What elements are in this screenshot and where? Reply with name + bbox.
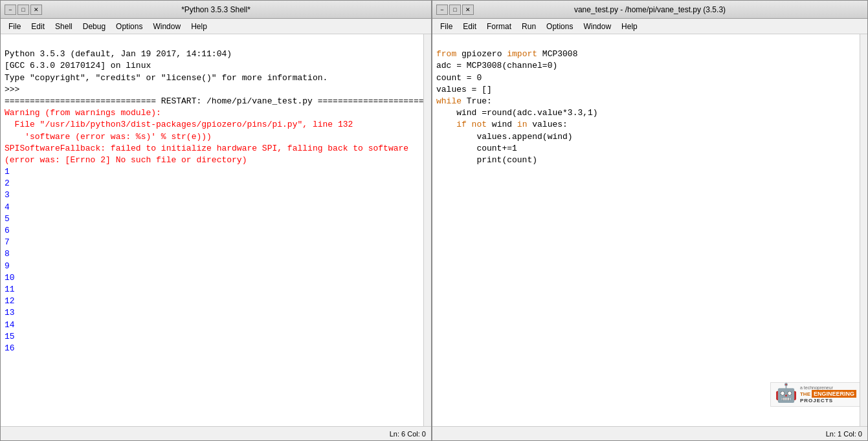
shell-close-btn[interactable]: ✕ (30, 5, 42, 15)
logo-engineering: ENGINEERING (812, 390, 856, 398)
logo-area: 🤖 a technopreneur THE ENGINEERING PROJEC… (770, 382, 861, 407)
editor-menu-window[interactable]: Window (578, 21, 616, 32)
editor-menu-run[interactable]: Run (517, 21, 541, 32)
editor-close-btn[interactable]: ✕ (462, 5, 474, 15)
shell-menu-options[interactable]: Options (111, 21, 148, 32)
shell-menu-help[interactable]: Help (186, 21, 212, 32)
editor-content: from gpiozero import MCP3008 adc = MCP30… (432, 34, 867, 426)
code-line-6: wind =round(adc.value*3.3,1) (436, 108, 598, 118)
shell-warning: Warning (from warnings module): File "/u… (5, 108, 353, 141)
logo-projects: PROJECTS (800, 398, 856, 403)
logo-small-text: a technopreneur (800, 385, 856, 390)
editor-scrollbar[interactable] (860, 34, 867, 426)
logo-the: THE (800, 391, 810, 397)
logo-text: a technopreneur THE ENGINEERING PROJECTS (800, 385, 856, 403)
editor-status-bar: Ln: 1 Col: 0 (432, 426, 867, 440)
shell-menu-edit[interactable]: Edit (26, 21, 50, 32)
editor-menu-help[interactable]: Help (616, 21, 643, 32)
code-line-7: if not wind in values: (436, 120, 568, 129)
code-line-3: count = 0 (436, 73, 482, 83)
shell-menu-debug[interactable]: Debug (78, 21, 111, 32)
editor-maximize-btn[interactable]: □ (449, 5, 461, 15)
shell-content: Python 3.5.3 (default, Jan 19 2017, 14:1… (1, 34, 431, 426)
editor-minimize-btn[interactable]: − (436, 5, 448, 15)
shell-window: − □ ✕ *Python 3.5.3 Shell* File Edit She… (0, 0, 432, 441)
code-line-10: print(count) (436, 155, 537, 165)
editor-title-bar: − □ ✕ vane_test.py - /home/pi/vane_test.… (432, 1, 867, 19)
shell-minimize-btn[interactable]: − (5, 5, 16, 15)
shell-menu-bar: File Edit Shell Debug Options Window Hel… (1, 19, 431, 34)
shell-output[interactable]: Python 3.5.3 (default, Jan 19 2017, 14:1… (1, 34, 431, 426)
shell-maximize-btn[interactable]: □ (17, 5, 29, 15)
editor-menu-options[interactable]: Options (541, 21, 578, 32)
code-line-2: adc = MCP3008(channel=0) (436, 61, 557, 70)
shell-menu-window[interactable]: Window (148, 21, 186, 32)
logo-robot-icon: 🤖 (775, 385, 797, 403)
editor-menu-file[interactable]: File (435, 21, 458, 32)
code-line-8: values.append(wind) (436, 132, 573, 142)
code-line-4: values = [] (436, 85, 492, 94)
editor-title-text: vane_test.py - /home/pi/vane_test.py (3.… (475, 5, 825, 14)
shell-python-version: Python 3.5.3 (default, Jan 19 2017, 14:1… (5, 49, 328, 94)
editor-menu-bar: File Edit Format Run Options Window Help (432, 19, 867, 34)
shell-scrollbar[interactable] (423, 34, 431, 426)
code-line-9: count+=1 (436, 144, 517, 153)
editor-window: − □ ✕ vane_test.py - /home/pi/vane_test.… (432, 0, 868, 441)
editor-status-text: Ln: 1 Col: 0 (826, 430, 862, 438)
code-line-5: while True: (436, 96, 492, 106)
shell-status-bar: Ln: 6 Col: 0 (1, 426, 431, 440)
editor-code[interactable]: from gpiozero import MCP3008 adc = MCP30… (432, 34, 867, 426)
shell-title-text: *Python 3.5.3 Shell* (43, 5, 388, 14)
shell-menu-shell[interactable]: Shell (50, 21, 78, 32)
shell-restart-line: ============================== RESTART: … (5, 96, 431, 106)
engineering-projects-logo: 🤖 a technopreneur THE ENGINEERING PROJEC… (770, 382, 861, 407)
shell-status-text: Ln: 6 Col: 0 (390, 430, 426, 438)
shell-menu-file[interactable]: File (3, 21, 26, 32)
shell-line-numbers: 1 2 3 4 5 6 7 8 9 10 11 12 13 14 15 16 (5, 167, 15, 353)
editor-menu-edit[interactable]: Edit (458, 21, 482, 32)
editor-menu-format[interactable]: Format (482, 21, 517, 32)
shell-title-bar: − □ ✕ *Python 3.5.3 Shell* (1, 1, 431, 19)
shell-spi-error: SPISoftwareFallback: failed to initializ… (5, 144, 408, 165)
code-line-1: from gpiozero import MCP3008 (436, 49, 577, 59)
